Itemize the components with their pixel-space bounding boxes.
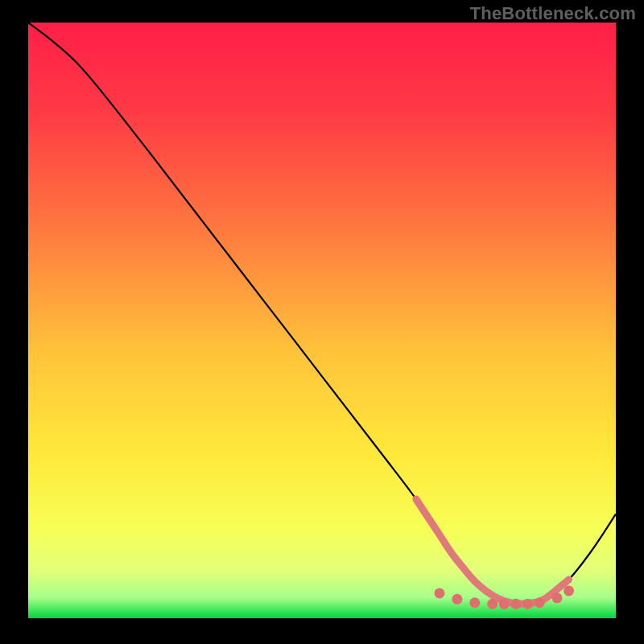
bottleneck-chart: [28, 23, 616, 618]
highlight-dot: [522, 599, 533, 609]
highlight-dot: [552, 592, 563, 603]
chart-svg: [28, 23, 616, 618]
watermark-text: TheBottleneck.com: [470, 3, 636, 24]
highlight-dot: [510, 599, 521, 609]
chart-background-gradient: [28, 23, 616, 618]
highlight-dot: [487, 599, 497, 609]
highlight-dot: [469, 597, 480, 608]
highlight-dot: [499, 599, 510, 609]
highlight-dot: [564, 585, 574, 596]
highlight-dot: [535, 597, 545, 608]
highlight-dot: [452, 594, 462, 605]
highlight-dot: [435, 588, 445, 598]
